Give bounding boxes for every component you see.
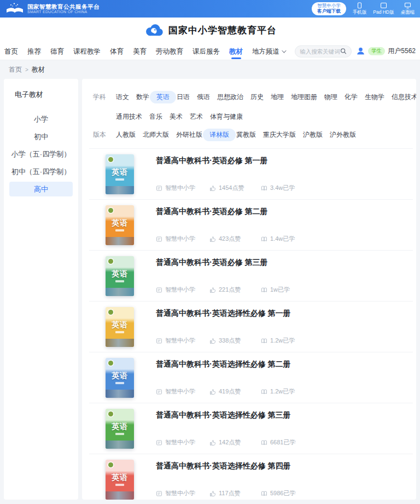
book-likes[interactable]: 117点赞 [209, 489, 261, 497]
desktop-version-link[interactable]: 桌面端 [401, 2, 415, 16]
book-cover[interactable]: 英语 [106, 409, 134, 449]
sidebar-item-senior[interactable]: 高中 [9, 182, 73, 196]
cover-subtitle-bar [115, 178, 124, 181]
book-likes[interactable]: 142点赞 [209, 438, 261, 447]
client-download-button[interactable]: 智慧中小学 客户端下载 [312, 2, 346, 15]
book-cover[interactable]: 英语 [106, 256, 134, 296]
version-chip-jijiao[interactable]: 冀教版 [236, 129, 256, 141]
cover-title: 英语 [106, 371, 134, 381]
version-chip-hujiao[interactable]: 沪教版 [303, 129, 323, 141]
book-title[interactable]: 普通高中教科书·英语必修 第二册 [156, 207, 413, 217]
nav-label: 劳动教育 [156, 43, 183, 60]
nav-label: 德育 [50, 43, 64, 60]
nav-item-after-school[interactable]: 课后服务 [192, 43, 220, 60]
subject-chip-it[interactable]: 信息技术 [392, 91, 416, 103]
nav-item-labor-edu[interactable]: 劳动教育 [156, 43, 183, 60]
search-box[interactable] [295, 45, 352, 57]
book-row[interactable]: 英语 普通高中教科书·英语必修 第三册 智慧中小学 221点赞 [89, 251, 413, 302]
book-likes[interactable]: 338点赞 [209, 337, 261, 345]
cloud-logo-icon [143, 23, 164, 37]
pad-version-link[interactable]: Pad HD版 [373, 2, 394, 16]
sidebar-item-junior-54[interactable]: 初中（五·四学制） [9, 164, 73, 179]
book-likes[interactable]: 423点赞 [209, 235, 261, 243]
version-chip-huwaijiao[interactable]: 沪外教版 [330, 129, 356, 141]
subject-chip-arts[interactable]: 艺术 [190, 111, 203, 121]
subject-chip-biology[interactable]: 生物学 [365, 91, 384, 103]
subject-chip-general-tech[interactable]: 通用技术 [116, 111, 142, 121]
subject-chip-chemistry[interactable]: 化学 [345, 91, 358, 103]
sidebar-title: 电子教材 [4, 79, 78, 100]
learned-label: 5986已学 [270, 489, 295, 497]
nav-item-textbooks[interactable]: 教材 [229, 43, 243, 60]
subject-chip-math[interactable]: 数学 [136, 91, 149, 103]
version-chip-beishida[interactable]: 北师大版 [143, 129, 169, 141]
book-likes[interactable]: 1454点赞 [209, 184, 261, 192]
sidebar-item-primary[interactable]: 小学 [9, 112, 73, 126]
book-row[interactable]: 英语 普通高中教科书·英语必修 第一册 智慧中小学 1454点赞 [89, 149, 413, 200]
book-learned: 6681已学 [261, 438, 295, 447]
version-chip-waiyanshe[interactable]: 外研社版 [176, 129, 202, 141]
nav-item-recommend[interactable]: 推荐 [27, 43, 41, 60]
subject-chip-japanese[interactable]: 日语 [177, 91, 190, 103]
subject-chip-pe-health[interactable]: 体育与健康 [210, 111, 243, 121]
sidebar-item-junior[interactable]: 初中 [9, 129, 73, 144]
subject-chip-art[interactable]: 美术 [170, 111, 183, 121]
platform-brand[interactable]: 国家智慧教育公共服务平台 SMART EDUCATION OF CHINA [5, 2, 100, 15]
subject-filter-row: 学科 语文 数学 英语 日语 俄语 思想政治 历史 地理 地理图册 物理 化学 … [82, 91, 416, 103]
book-cover[interactable]: 英语 [106, 358, 134, 398]
subject-chip-physics[interactable]: 物理 [324, 91, 337, 103]
book-title[interactable]: 普通高中教科书·英语必修 第一册 [156, 156, 413, 166]
subject-chip-geo-atlas[interactable]: 地理图册 [291, 91, 317, 103]
book-row[interactable]: 英语 普通高中教科书·英语选择性必修 第一册 智慧中小学 338点赞 [89, 302, 413, 352]
publisher-icon [156, 439, 162, 446]
sidebar-item-primary-54[interactable]: 小学（五·四学制） [9, 147, 73, 161]
book-cover[interactable]: 英语 [106, 205, 134, 245]
subject-chip-geography[interactable]: 地理 [271, 91, 284, 103]
book-title[interactable]: 普通高中教科书·英语选择性必修 第四册 [156, 461, 413, 471]
mobile-version-link[interactable]: 手机版 [353, 2, 367, 16]
page-title: 国家中小学智慧教育平台 [168, 24, 277, 37]
search-input[interactable] [300, 48, 340, 55]
user-account[interactable]: 学生 用户5562 [356, 47, 416, 56]
book-learned: 1.2w已学 [261, 387, 295, 396]
nav-item-pe[interactable]: 体育 [110, 43, 124, 60]
subject-chip-politics[interactable]: 思想政治 [217, 91, 243, 103]
search-icon[interactable] [340, 48, 347, 55]
subject-chip-history[interactable]: 历史 [250, 91, 264, 103]
publisher-icon [156, 338, 162, 344]
nav-item-moral-edu[interactable]: 德育 [50, 43, 64, 60]
book-row[interactable]: 英语 普通高中教科书·英语选择性必修 第三册 智慧中小学 142点赞 [89, 403, 413, 454]
publisher-label: 智慧中小学 [165, 438, 195, 447]
learned-label: 1.2w已学 [270, 337, 295, 345]
book-row[interactable]: 英语 普通高中教科书·英语选择性必修 第四册 智慧中小学 117点赞 [89, 454, 413, 500]
thumbs-up-icon [209, 490, 216, 497]
book-cover[interactable]: 英语 [106, 307, 134, 347]
cover-photo-strip [106, 441, 134, 449]
book-row[interactable]: 英语 普通高中教科书·英语选择性必修 第二册 智慧中小学 419点赞 [89, 352, 413, 403]
book-title[interactable]: 普通高中教科书·英语必修 第三册 [156, 258, 413, 268]
book-title[interactable]: 普通高中教科书·英语选择性必修 第一册 [156, 309, 413, 318]
breadcrumb-home-link[interactable]: 首页 [9, 65, 22, 74]
nav-item-aesthetic-edu[interactable]: 美育 [133, 43, 147, 60]
subject-chip-russian[interactable]: 俄语 [197, 91, 210, 103]
version-chip-chongqing[interactable]: 重庆大学版 [263, 129, 296, 141]
book-title[interactable]: 普通高中教科书·英语选择性必修 第二册 [156, 360, 413, 369]
nav-item-home[interactable]: 首页 [4, 43, 18, 60]
nav-item-course-teaching[interactable]: 课程教学 [73, 43, 101, 60]
book-cover[interactable]: 英语 [106, 460, 134, 500]
book-cover[interactable]: 英语 [106, 154, 134, 194]
version-chip-renjiao[interactable]: 人教版 [116, 129, 136, 141]
subject-chip-music[interactable]: 音乐 [149, 111, 162, 121]
role-badge: 学生 [368, 47, 385, 55]
book-row[interactable]: 英语 普通高中教科书·英语必修 第二册 智慧中小学 423点赞 [89, 200, 413, 251]
book-likes[interactable]: 419点赞 [209, 387, 261, 396]
book-title[interactable]: 普通高中教科书·英语选择性必修 第三册 [156, 410, 413, 420]
subject-chip-chinese[interactable]: 语文 [116, 91, 129, 103]
book-publisher: 智慧中小学 [156, 184, 209, 192]
nav-item-local-channels[interactable]: 地方频道 [252, 43, 285, 60]
thumbs-up-icon [209, 389, 216, 395]
nav-label: 课程教学 [73, 43, 101, 60]
book-likes[interactable]: 221点赞 [209, 286, 261, 294]
version-chip-yilin[interactable]: 译林版 [203, 129, 236, 141]
subject-chip-english[interactable]: 英语 [150, 91, 176, 103]
